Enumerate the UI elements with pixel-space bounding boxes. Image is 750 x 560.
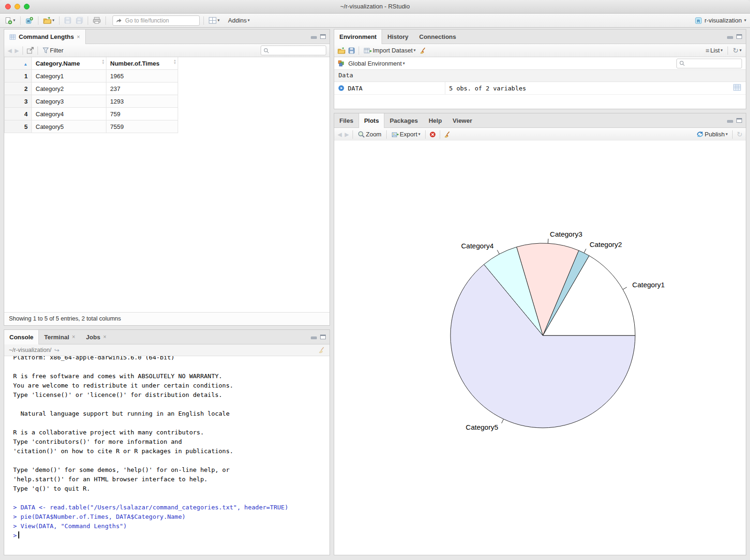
load-workspace-icon[interactable] — [338, 47, 345, 54]
environment-pane: Environment History Connections Import D… — [334, 29, 746, 109]
tab-jobs[interactable]: Jobs× — [81, 330, 112, 344]
viewer-toolbar: ◀ ▶ Filter — [4, 44, 330, 57]
project-chooser[interactable]: R r-visualization ▾ — [695, 17, 746, 24]
zoom-plot-button[interactable]: Zoom — [357, 130, 382, 138]
tab-command-lengths[interactable]: Command Lengths × — [4, 30, 86, 44]
viewer-status-text: Showing 1 to 5 of 5 entries, 2 total col… — [4, 312, 330, 325]
new-file-button[interactable]: ▾ — [4, 16, 16, 25]
window-title: ~/r-visualization - RStudio — [0, 0, 750, 13]
next-plot-icon[interactable]: ▶ — [345, 132, 349, 137]
print-button[interactable] — [92, 16, 102, 24]
table-cell: 237 — [106, 82, 178, 95]
tab-packages[interactable]: Packages — [384, 113, 423, 127]
publish-icon — [697, 131, 704, 138]
table-row[interactable]: 3Category31293 — [5, 95, 178, 108]
environment-search-input[interactable] — [687, 60, 739, 67]
maximize-pane-button[interactable] — [320, 335, 326, 339]
view-data-icon[interactable] — [733, 84, 741, 91]
row-number-header[interactable]: ▲ — [5, 57, 32, 70]
save-all-button[interactable] — [75, 16, 84, 24]
refresh-environment-button[interactable]: ↻ ▾ — [732, 46, 742, 54]
tab-terminal[interactable]: Terminal× — [39, 330, 81, 344]
console-output[interactable]: Platform: x86_64-apple-darwin15.6.0 (64-… — [4, 356, 330, 557]
row-number: 5 — [5, 120, 32, 133]
refresh-plot-icon[interactable]: ↻ — [736, 131, 742, 138]
maximize-pane-button[interactable] — [320, 34, 326, 39]
working-directory: ~/r-visualization/ — [9, 347, 52, 353]
caret-down-icon: ▾ — [413, 48, 416, 52]
open-in-window-icon[interactable] — [27, 47, 34, 54]
rstudio-window: ~/r-visualization - RStudio ▾ R ▾ — [0, 0, 750, 560]
previous-plot-icon[interactable]: ◀ — [338, 132, 342, 137]
clear-environment-icon[interactable] — [420, 47, 426, 54]
maximize-pane-button[interactable] — [736, 118, 742, 123]
viewer-search-box[interactable] — [261, 45, 326, 55]
close-icon[interactable]: × — [72, 334, 75, 340]
main-toolbar: ▾ R ▾ ▾ Addins — [0, 14, 750, 28]
goto-file-input[interactable] — [124, 17, 199, 24]
table-cell: 1965 — [106, 70, 178, 82]
minimize-pane-button[interactable] — [727, 120, 733, 123]
export-plot-button[interactable]: Export ▾ — [390, 130, 421, 138]
publish-button[interactable]: Publish ▾ — [696, 130, 728, 138]
table-cell: Category5 — [32, 120, 106, 133]
table-row[interactable]: 4Category4759 — [5, 108, 178, 120]
back-icon[interactable]: ◀ — [8, 48, 12, 53]
tab-environment[interactable]: Environment — [334, 30, 382, 44]
tab-connections[interactable]: Connections — [414, 30, 462, 44]
titlebar: ~/r-visualization - RStudio — [0, 0, 750, 14]
open-file-button[interactable]: ▾ — [42, 16, 56, 24]
table-row[interactable]: 2Category2237 — [5, 82, 178, 95]
tab-history[interactable]: History — [382, 30, 414, 44]
console-output-line: 'help.start()' for an HTML browser inter… — [13, 475, 330, 484]
tab-plots[interactable]: Plots — [359, 113, 385, 128]
viewer-tabstrip: Command Lengths × — [4, 30, 330, 44]
goto-file-box[interactable] — [112, 15, 200, 26]
pie-label-tick — [584, 249, 586, 253]
tab-viewer[interactable]: Viewer — [448, 113, 478, 127]
close-icon[interactable]: × — [77, 34, 80, 40]
clear-console-icon[interactable] — [318, 347, 325, 353]
caret-down-icon: ▾ — [52, 18, 55, 22]
console-tabstrip: Console Terminal× Jobs× — [4, 330, 330, 344]
goto-directory-icon[interactable]: ↪ — [54, 347, 60, 353]
minimize-window-button[interactable] — [15, 4, 20, 9]
maximize-pane-button[interactable] — [736, 34, 742, 39]
column-header-category-name[interactable]: Category.Name▴▾ — [32, 57, 106, 70]
table-row[interactable]: 1Category11965 — [5, 70, 178, 82]
close-window-button[interactable] — [5, 4, 11, 9]
minimize-pane-button[interactable] — [311, 36, 317, 39]
environment-scope-selector[interactable]: Global Environment ▾ — [347, 60, 406, 67]
pane-layout-button[interactable]: ▾ — [208, 16, 221, 24]
expand-object-icon[interactable] — [338, 85, 345, 91]
environment-object-row[interactable]: DATA 5 obs. of 2 variables — [334, 82, 746, 95]
filter-button[interactable]: Filter — [42, 46, 64, 54]
clear-all-plots-icon[interactable] — [444, 131, 450, 138]
console-output-line — [13, 456, 330, 465]
viewer-search-input[interactable] — [271, 47, 323, 54]
new-project-button[interactable]: R — [24, 16, 34, 25]
minimize-pane-button[interactable] — [311, 336, 317, 339]
minimize-pane-button[interactable] — [727, 36, 733, 39]
remove-plot-icon[interactable] — [429, 131, 436, 138]
tab-help[interactable]: Help — [423, 113, 447, 127]
tab-console[interactable]: Console — [4, 330, 39, 344]
save-workspace-icon[interactable] — [348, 47, 355, 54]
save-button[interactable] — [63, 16, 72, 24]
addins-button[interactable]: Addins ▾ — [227, 16, 251, 24]
close-icon[interactable]: × — [103, 334, 106, 340]
import-dataset-label: Import Dataset — [373, 47, 412, 54]
column-header-number-of-times[interactable]: Number.of.Times▴▾ — [106, 57, 178, 70]
forward-icon[interactable]: ▶ — [15, 48, 19, 53]
environment-search-box[interactable] — [676, 59, 742, 68]
tab-files[interactable]: Files — [334, 113, 359, 127]
list-view-button[interactable]: ≡ List ▾ — [705, 46, 724, 54]
table-row[interactable]: 5Category57559 — [5, 120, 178, 133]
pie-label-tick — [497, 250, 500, 254]
zoom-window-button[interactable] — [24, 4, 30, 9]
console-output-line: Type 'demo()' for some demos, 'help()' f… — [13, 465, 330, 475]
console-prompt-line[interactable]: > — [13, 531, 330, 540]
table-cell: Category3 — [32, 95, 106, 108]
import-dataset-button[interactable]: Import Dataset ▾ — [363, 46, 417, 54]
console-output-line — [13, 493, 330, 503]
